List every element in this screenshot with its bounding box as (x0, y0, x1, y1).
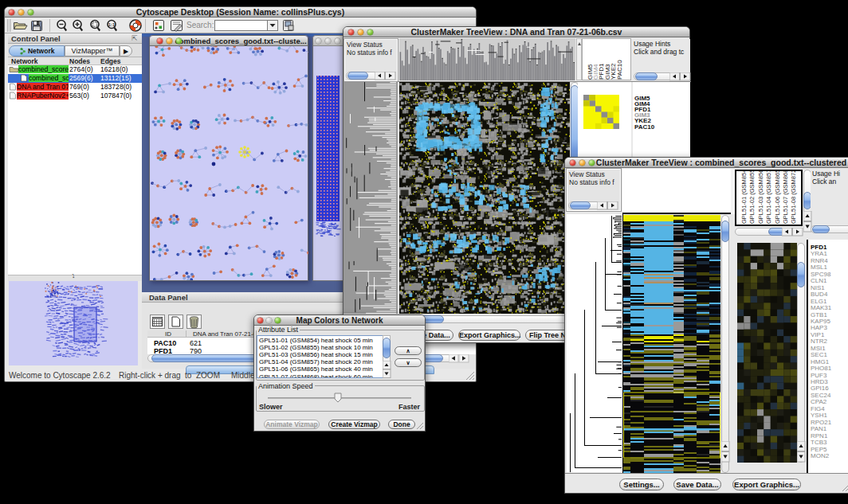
svg-text:1:1: 1:1 (108, 22, 116, 27)
svg-text:Search:: Search: (186, 21, 214, 29)
